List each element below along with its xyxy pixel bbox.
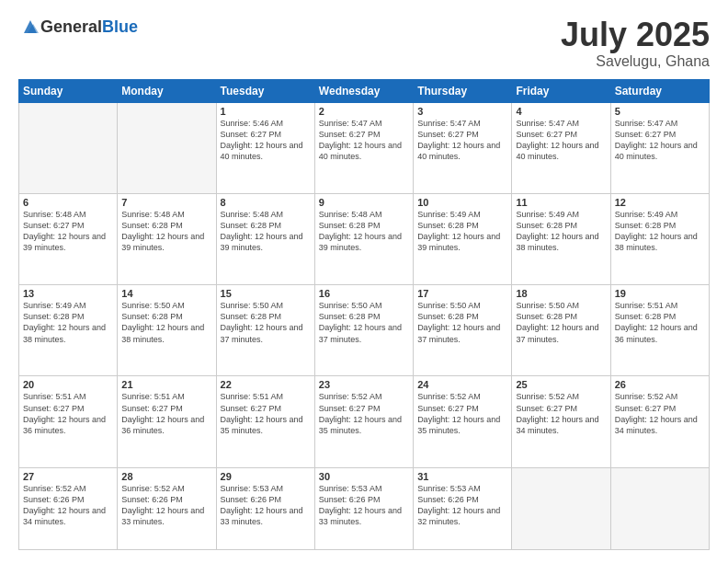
day-info: Sunrise: 5:49 AMSunset: 6:28 PMDaylight:… bbox=[516, 209, 606, 254]
table-row: 2Sunrise: 5:47 AMSunset: 6:27 PMDaylight… bbox=[314, 102, 413, 193]
table-row bbox=[19, 102, 118, 193]
day-number: 5 bbox=[615, 106, 705, 117]
day-number: 11 bbox=[516, 197, 606, 208]
table-row bbox=[118, 102, 216, 193]
day-info: Sunrise: 5:51 AMSunset: 6:27 PMDaylight:… bbox=[221, 391, 311, 436]
table-row: 21Sunrise: 5:51 AMSunset: 6:27 PMDayligh… bbox=[118, 376, 216, 467]
col-friday: Friday bbox=[512, 79, 610, 102]
calendar-row: 6Sunrise: 5:48 AMSunset: 6:27 PMDaylight… bbox=[19, 193, 710, 284]
table-row: 26Sunrise: 5:52 AMSunset: 6:27 PMDayligh… bbox=[610, 376, 709, 467]
day-info: Sunrise: 5:49 AMSunset: 6:28 PMDaylight:… bbox=[23, 300, 113, 345]
table-row: 10Sunrise: 5:49 AMSunset: 6:28 PMDayligh… bbox=[414, 193, 512, 284]
table-row: 4Sunrise: 5:47 AMSunset: 6:27 PMDaylight… bbox=[512, 102, 610, 193]
header: GeneralBlue July 2025 Savelugu, Ghana bbox=[18, 17, 710, 70]
day-info: Sunrise: 5:53 AMSunset: 6:26 PMDaylight:… bbox=[319, 483, 409, 528]
logo-blue: Blue bbox=[102, 17, 138, 37]
col-thursday: Thursday bbox=[414, 79, 512, 102]
day-info: Sunrise: 5:49 AMSunset: 6:28 PMDaylight:… bbox=[615, 209, 705, 254]
day-number: 10 bbox=[417, 197, 507, 208]
day-number: 8 bbox=[221, 197, 311, 208]
table-row: 25Sunrise: 5:52 AMSunset: 6:27 PMDayligh… bbox=[512, 376, 610, 467]
table-row: 14Sunrise: 5:50 AMSunset: 6:28 PMDayligh… bbox=[118, 285, 216, 376]
day-number: 13 bbox=[23, 288, 113, 299]
day-info: Sunrise: 5:46 AMSunset: 6:27 PMDaylight:… bbox=[221, 118, 311, 163]
table-row: 9Sunrise: 5:48 AMSunset: 6:28 PMDaylight… bbox=[314, 193, 413, 284]
table-row: 17Sunrise: 5:50 AMSunset: 6:28 PMDayligh… bbox=[414, 285, 512, 376]
table-row bbox=[610, 467, 709, 549]
calendar-title: July 2025 bbox=[561, 17, 710, 53]
day-info: Sunrise: 5:52 AMSunset: 6:27 PMDaylight:… bbox=[417, 391, 507, 436]
day-info: Sunrise: 5:52 AMSunset: 6:27 PMDaylight:… bbox=[516, 391, 606, 436]
calendar-table: Sunday Monday Tuesday Wednesday Thursday… bbox=[18, 79, 710, 550]
logo-general: General bbox=[40, 17, 102, 37]
calendar-row: 1Sunrise: 5:46 AMSunset: 6:27 PMDaylight… bbox=[19, 102, 710, 193]
day-info: Sunrise: 5:51 AMSunset: 6:27 PMDaylight:… bbox=[121, 391, 211, 436]
day-info: Sunrise: 5:50 AMSunset: 6:28 PMDaylight:… bbox=[319, 300, 409, 345]
day-info: Sunrise: 5:52 AMSunset: 6:26 PMDaylight:… bbox=[23, 483, 113, 528]
day-number: 2 bbox=[319, 106, 409, 117]
day-info: Sunrise: 5:53 AMSunset: 6:26 PMDaylight:… bbox=[417, 483, 507, 528]
calendar-row: 13Sunrise: 5:49 AMSunset: 6:28 PMDayligh… bbox=[19, 285, 710, 376]
day-info: Sunrise: 5:52 AMSunset: 6:27 PMDaylight:… bbox=[615, 391, 705, 436]
day-info: Sunrise: 5:48 AMSunset: 6:28 PMDaylight:… bbox=[121, 209, 211, 254]
day-number: 7 bbox=[121, 197, 211, 208]
day-number: 29 bbox=[221, 471, 311, 482]
table-row: 18Sunrise: 5:50 AMSunset: 6:28 PMDayligh… bbox=[512, 285, 610, 376]
table-row: 29Sunrise: 5:53 AMSunset: 6:26 PMDayligh… bbox=[216, 467, 314, 549]
col-sunday: Sunday bbox=[19, 79, 118, 102]
table-row: 24Sunrise: 5:52 AMSunset: 6:27 PMDayligh… bbox=[414, 376, 512, 467]
title-block: July 2025 Savelugu, Ghana bbox=[561, 17, 710, 70]
day-number: 20 bbox=[23, 379, 113, 390]
table-row: 12Sunrise: 5:49 AMSunset: 6:28 PMDayligh… bbox=[610, 193, 709, 284]
logo: GeneralBlue bbox=[18, 17, 138, 37]
day-number: 16 bbox=[319, 288, 409, 299]
day-info: Sunrise: 5:47 AMSunset: 6:27 PMDaylight:… bbox=[615, 118, 705, 163]
col-wednesday: Wednesday bbox=[314, 79, 413, 102]
day-number: 14 bbox=[121, 288, 211, 299]
day-info: Sunrise: 5:48 AMSunset: 6:28 PMDaylight:… bbox=[319, 209, 409, 254]
day-number: 28 bbox=[121, 471, 211, 482]
day-number: 21 bbox=[121, 379, 211, 390]
calendar-row: 20Sunrise: 5:51 AMSunset: 6:27 PMDayligh… bbox=[19, 376, 710, 467]
day-info: Sunrise: 5:47 AMSunset: 6:27 PMDaylight:… bbox=[516, 118, 606, 163]
day-number: 25 bbox=[516, 379, 606, 390]
col-tuesday: Tuesday bbox=[216, 79, 314, 102]
table-row: 7Sunrise: 5:48 AMSunset: 6:28 PMDaylight… bbox=[118, 193, 216, 284]
table-row: 27Sunrise: 5:52 AMSunset: 6:26 PMDayligh… bbox=[19, 467, 118, 549]
calendar-header-row: Sunday Monday Tuesday Wednesday Thursday… bbox=[19, 79, 710, 102]
day-number: 23 bbox=[319, 379, 409, 390]
day-number: 19 bbox=[615, 288, 705, 299]
day-info: Sunrise: 5:47 AMSunset: 6:27 PMDaylight:… bbox=[417, 118, 507, 163]
day-number: 9 bbox=[319, 197, 409, 208]
day-number: 6 bbox=[23, 197, 113, 208]
day-number: 31 bbox=[417, 471, 507, 482]
col-saturday: Saturday bbox=[610, 79, 709, 102]
day-info: Sunrise: 5:50 AMSunset: 6:28 PMDaylight:… bbox=[121, 300, 211, 345]
day-info: Sunrise: 5:51 AMSunset: 6:28 PMDaylight:… bbox=[615, 300, 705, 345]
day-number: 3 bbox=[417, 106, 507, 117]
table-row: 11Sunrise: 5:49 AMSunset: 6:28 PMDayligh… bbox=[512, 193, 610, 284]
calendar-row: 27Sunrise: 5:52 AMSunset: 6:26 PMDayligh… bbox=[19, 467, 710, 549]
day-number: 26 bbox=[615, 379, 705, 390]
table-row: 15Sunrise: 5:50 AMSunset: 6:28 PMDayligh… bbox=[216, 285, 314, 376]
day-info: Sunrise: 5:50 AMSunset: 6:28 PMDaylight:… bbox=[516, 300, 606, 345]
day-number: 30 bbox=[319, 471, 409, 482]
table-row: 8Sunrise: 5:48 AMSunset: 6:28 PMDaylight… bbox=[216, 193, 314, 284]
table-row: 19Sunrise: 5:51 AMSunset: 6:28 PMDayligh… bbox=[610, 285, 709, 376]
day-number: 4 bbox=[516, 106, 606, 117]
table-row: 20Sunrise: 5:51 AMSunset: 6:27 PMDayligh… bbox=[19, 376, 118, 467]
table-row: 31Sunrise: 5:53 AMSunset: 6:26 PMDayligh… bbox=[414, 467, 512, 549]
page: GeneralBlue July 2025 Savelugu, Ghana Su… bbox=[0, 0, 728, 563]
day-number: 27 bbox=[23, 471, 113, 482]
day-number: 18 bbox=[516, 288, 606, 299]
day-number: 17 bbox=[417, 288, 507, 299]
table-row: 16Sunrise: 5:50 AMSunset: 6:28 PMDayligh… bbox=[314, 285, 413, 376]
table-row: 22Sunrise: 5:51 AMSunset: 6:27 PMDayligh… bbox=[216, 376, 314, 467]
logo-icon bbox=[20, 17, 40, 37]
day-number: 24 bbox=[417, 379, 507, 390]
day-info: Sunrise: 5:49 AMSunset: 6:28 PMDaylight:… bbox=[417, 209, 507, 254]
col-monday: Monday bbox=[118, 79, 216, 102]
table-row: 1Sunrise: 5:46 AMSunset: 6:27 PMDaylight… bbox=[216, 102, 314, 193]
day-number: 12 bbox=[615, 197, 705, 208]
day-number: 22 bbox=[221, 379, 311, 390]
